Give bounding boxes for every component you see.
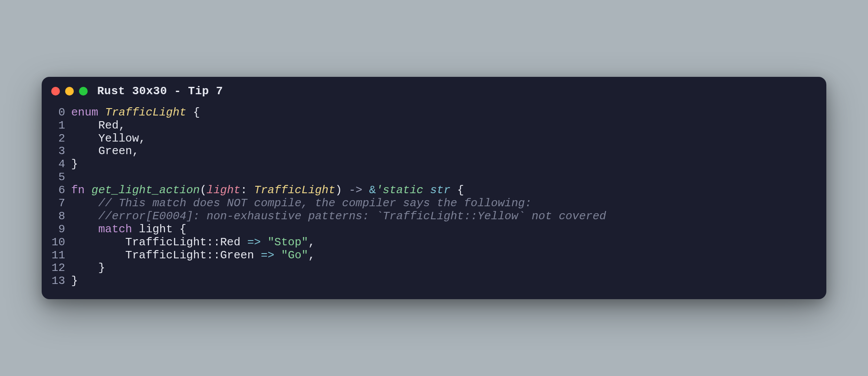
code-editor[interactable]: 0 enum TrafficLight { 1 Red, 2 Yellow, 3… xyxy=(42,104,826,299)
line-number: 3 xyxy=(51,145,71,158)
line-number: 12 xyxy=(51,262,71,275)
window-controls xyxy=(51,87,88,96)
code-line: 2 Yellow, xyxy=(51,132,817,145)
code-content: } xyxy=(71,275,78,288)
code-content: //error[E0004]: non-exhaustive patterns:… xyxy=(71,210,606,223)
line-number: 5 xyxy=(51,171,71,184)
line-number: 10 xyxy=(51,236,71,249)
code-line: 9 match light { xyxy=(51,223,817,236)
code-content: Green, xyxy=(71,145,139,158)
code-line: 1 Red, xyxy=(51,119,817,132)
code-content: TrafficLight::Red => "Stop", xyxy=(71,236,315,249)
code-content: fn get_light_action(light: TrafficLight)… xyxy=(71,184,464,197)
line-number: 9 xyxy=(51,223,71,236)
line-number: 4 xyxy=(51,158,71,171)
line-number: 1 xyxy=(51,119,71,132)
line-number: 7 xyxy=(51,197,71,210)
line-number: 0 xyxy=(51,106,71,119)
code-content: TrafficLight::Green => "Go", xyxy=(71,249,315,262)
code-line: 6 fn get_light_action(light: TrafficLigh… xyxy=(51,184,817,197)
code-line: 11 TrafficLight::Green => "Go", xyxy=(51,249,817,262)
line-number: 13 xyxy=(51,275,71,288)
code-window: Rust 30x30 - Tip 7 0 enum TrafficLight {… xyxy=(42,77,826,299)
window-title: Rust 30x30 - Tip 7 xyxy=(97,85,223,98)
line-number: 6 xyxy=(51,184,71,197)
code-content: Red, xyxy=(71,119,125,132)
code-line: 3 Green, xyxy=(51,145,817,158)
code-content: } xyxy=(71,262,105,275)
code-content: enum TrafficLight { xyxy=(71,106,200,119)
code-line: 0 enum TrafficLight { xyxy=(51,106,817,119)
code-line: 13 } xyxy=(51,275,817,288)
code-line: 8 //error[E0004]: non-exhaustive pattern… xyxy=(51,210,817,223)
code-content: Yellow, xyxy=(71,132,146,145)
line-number: 2 xyxy=(51,132,71,145)
code-content: match light { xyxy=(71,223,186,236)
code-line: 5 xyxy=(51,171,817,184)
line-number: 8 xyxy=(51,210,71,223)
minimize-icon[interactable] xyxy=(65,87,74,96)
maximize-icon[interactable] xyxy=(79,87,88,96)
code-line: 12 } xyxy=(51,262,817,275)
line-number: 11 xyxy=(51,249,71,262)
close-icon[interactable] xyxy=(51,87,60,96)
code-line: 4 } xyxy=(51,158,817,171)
code-content: // This match does NOT compile, the comp… xyxy=(71,197,532,210)
code-line: 10 TrafficLight::Red => "Stop", xyxy=(51,236,817,249)
code-line: 7 // This match does NOT compile, the co… xyxy=(51,197,817,210)
code-content: } xyxy=(71,158,78,171)
window-titlebar: Rust 30x30 - Tip 7 xyxy=(42,77,826,104)
